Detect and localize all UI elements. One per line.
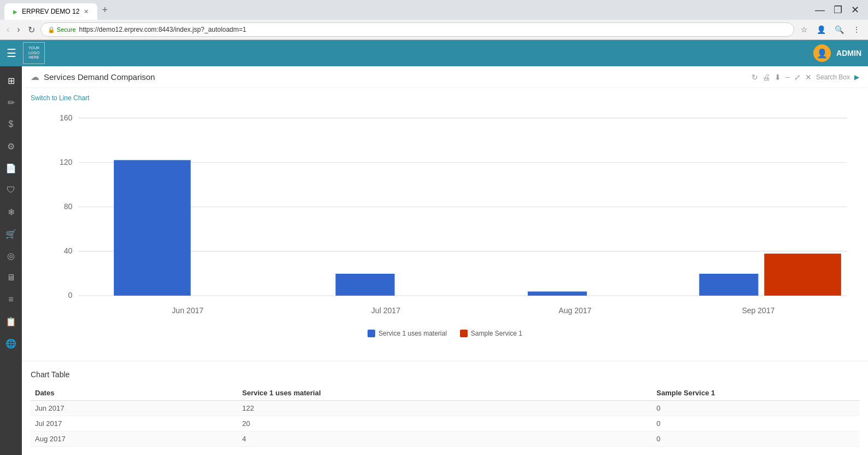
sidebar-icon-globe[interactable]: 🌐 (1, 333, 21, 353)
expand-widget-button[interactable]: ⤢ (794, 73, 801, 82)
svg-text:Jun 2017: Jun 2017 (172, 306, 203, 315)
chart-legend: Service 1 uses material Sample Service 1 (31, 330, 859, 337)
sidebar-icon-dashboard[interactable]: ⊞ (1, 71, 21, 90)
back-button[interactable]: ‹ (4, 24, 11, 36)
sidebar-icon-cart[interactable]: 🛒 (1, 224, 21, 244)
table-cell: 0 (652, 431, 859, 447)
forward-button[interactable]: › (15, 24, 22, 36)
table-cell: Jun 2017 (31, 401, 238, 416)
logo-box: YOUR LOGO HERE (23, 42, 45, 64)
tab-title: ERPREV DEMO 12 (22, 8, 79, 15)
top-bar-right: 👤 ADMIN (813, 44, 861, 62)
sidebar-icon-monitor[interactable]: 🖥 (1, 268, 21, 287)
search-box-arrow: ▶ (854, 73, 859, 81)
header-dates: Dates (31, 385, 238, 401)
table-row: Aug 201740 (31, 431, 859, 447)
tab-bar: ▶ ERPREV DEMO 12 ✕ + — ❐ ✕ (0, 0, 868, 20)
sidebar-icon-document[interactable]: 📄 (1, 158, 21, 178)
tab-favicon: ▶ (13, 9, 18, 15)
legend-color-sample (460, 330, 468, 337)
sidebar-icon-settings[interactable]: ❄ (1, 202, 21, 222)
window-controls: — ❐ ✕ (811, 0, 864, 20)
address-bar: ‹ › ↻ 🔒 Secure https://demo12.erprev.com… (0, 20, 868, 39)
widget-title-area: ☁ Services Demand Comparison (31, 72, 155, 82)
table-header-row: Dates Service 1 uses material Sample Ser… (31, 385, 859, 401)
secure-badge: 🔒 Secure (48, 26, 76, 33)
table-cell: Jul 2017 (31, 416, 238, 431)
main-area: ⊞ ✏ $ ⚙ 📄 🛡 ❄ 🛒 ◎ 🖥 ≡ 📋 🌐 ☁ Services Dem… (0, 66, 868, 455)
svg-text:160: 160 (60, 113, 73, 122)
content-area: ☁ Services Demand Comparison ↻ 🖨 ⬇ − ⤢ ✕… (22, 66, 868, 455)
browser-chrome: ▶ ERPREV DEMO 12 ✕ + — ❐ ✕ ‹ › ↻ 🔒 Secur… (0, 0, 868, 40)
url-input[interactable]: 🔒 Secure https://demo12.erprev.com:8443/… (40, 22, 794, 37)
legend-label-sample: Sample Service 1 (471, 330, 522, 337)
svg-text:Sep 2017: Sep 2017 (742, 306, 774, 315)
sidebar-icon-tools[interactable]: ⚙ (1, 136, 21, 156)
admin-label: ADMIN (836, 49, 861, 57)
legend-service1: Service 1 uses material (368, 330, 447, 337)
admin-avatar: 👤 (813, 44, 831, 62)
svg-rect-10 (114, 160, 191, 296)
legend-sample: Sample Service 1 (460, 330, 522, 337)
sidebar-icon-layers[interactable]: ≡ (1, 290, 21, 309)
chart-table-section: Chart Table Dates Service 1 uses materia… (22, 361, 868, 455)
maximize-button[interactable]: ❐ (829, 0, 847, 20)
search-box-link[interactable]: Search Box (816, 73, 850, 81)
bookmark-star-button[interactable]: ☆ (797, 24, 811, 35)
top-bar-left: ☰ YOUR LOGO HERE (7, 42, 45, 64)
chart-container: Switch to Line Chart 0 (22, 88, 868, 361)
close-widget-button[interactable]: ✕ (805, 73, 812, 82)
chart-table: Dates Service 1 uses material Sample Ser… (31, 385, 859, 447)
svg-text:Jul 2017: Jul 2017 (371, 306, 400, 315)
sidebar-icon-page[interactable]: 📋 (1, 312, 21, 331)
new-tab-button[interactable]: + (97, 4, 112, 16)
refresh-widget-button[interactable]: ↻ (752, 73, 758, 82)
table-row: Jun 20171220 (31, 401, 859, 416)
legend-label-service1: Service 1 uses material (378, 330, 447, 337)
svg-text:80: 80 (64, 202, 73, 211)
table-cell: 0 (652, 401, 859, 416)
url-text: https://demo12.erprev.com:8443/index.jsp… (79, 26, 247, 33)
menu-button[interactable]: ⋮ (849, 24, 864, 35)
svg-rect-13 (699, 274, 758, 296)
chart-wrapper: 0 40 80 120 160 (31, 106, 859, 325)
table-cell: 20 (238, 416, 653, 431)
tab-close-button[interactable]: ✕ (84, 8, 89, 15)
minimize-widget-button[interactable]: − (785, 73, 790, 82)
refresh-button[interactable]: ↻ (26, 24, 37, 36)
svg-text:120: 120 (60, 158, 73, 166)
search-button[interactable]: 🔍 (831, 24, 847, 35)
header-service1: Service 1 uses material (238, 385, 653, 401)
sidebar-icon-finance[interactable]: $ (1, 114, 21, 134)
minimize-button[interactable]: — (811, 0, 829, 20)
sidebar-icon-circle[interactable]: ◎ (1, 246, 21, 266)
svg-rect-12 (528, 291, 587, 296)
table-cell: Aug 2017 (31, 431, 238, 447)
account-button[interactable]: 👤 (813, 24, 829, 35)
svg-rect-14 (764, 254, 841, 296)
print-widget-button[interactable]: 🖨 (762, 73, 770, 82)
header-sample: Sample Service 1 (652, 385, 859, 401)
svg-text:40: 40 (64, 246, 73, 255)
switch-to-line-chart-link[interactable]: Switch to Line Chart (31, 94, 89, 102)
top-bar: ☰ YOUR LOGO HERE 👤 ADMIN (0, 40, 868, 66)
legend-color-service1 (368, 330, 375, 337)
table-cell: 122 (238, 401, 653, 416)
active-tab[interactable]: ▶ ERPREV DEMO 12 ✕ (4, 3, 97, 20)
table-row: Jul 2017200 (31, 416, 859, 431)
svg-text:0: 0 (68, 291, 73, 300)
hamburger-menu-button[interactable]: ☰ (7, 47, 16, 60)
bar-chart: 0 40 80 120 160 (31, 106, 859, 325)
download-widget-button[interactable]: ⬇ (774, 73, 781, 82)
app-layout: ☰ YOUR LOGO HERE 👤 ADMIN ⊞ ✏ $ ⚙ 📄 🛡 ❄ 🛒… (0, 40, 868, 455)
sidebar: ⊞ ✏ $ ⚙ 📄 🛡 ❄ 🛒 ◎ 🖥 ≡ 📋 🌐 (0, 66, 22, 455)
widget-actions: ↻ 🖨 ⬇ − ⤢ ✕ Search Box ▶ (752, 73, 859, 82)
widget-header: ☁ Services Demand Comparison ↻ 🖨 ⬇ − ⤢ ✕… (22, 66, 868, 88)
svg-rect-11 (336, 274, 395, 296)
sidebar-icon-shield[interactable]: 🛡 (1, 180, 21, 200)
close-button[interactable]: ✕ (847, 0, 864, 20)
sidebar-icon-edit[interactable]: ✏ (1, 93, 21, 112)
svg-text:Aug 2017: Aug 2017 (558, 306, 591, 315)
widget-title: Services Demand Comparison (44, 72, 155, 82)
table-cell: 0 (652, 416, 859, 431)
